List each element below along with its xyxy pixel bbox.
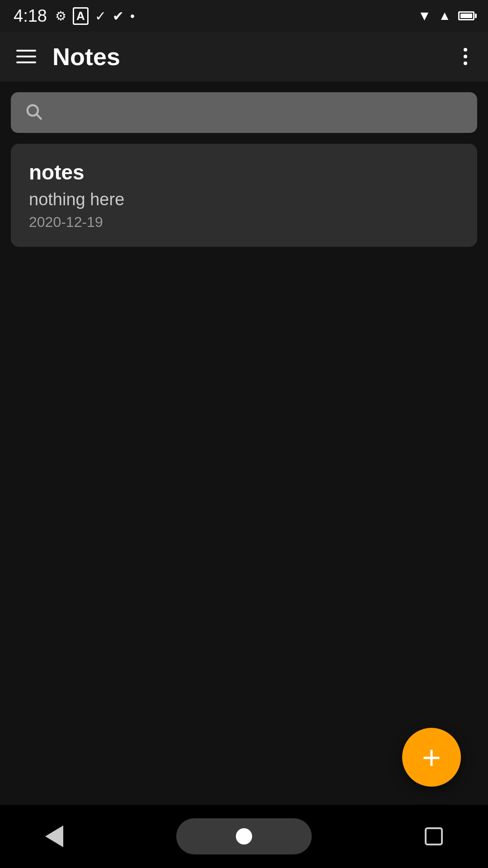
recents-button[interactable] bbox=[425, 827, 443, 845]
search-input[interactable] bbox=[52, 104, 464, 122]
search-bar[interactable] bbox=[11, 92, 477, 133]
recents-icon bbox=[425, 827, 443, 845]
font-download-icon: A bbox=[73, 7, 89, 25]
check-double-icon: ✔ bbox=[113, 8, 124, 24]
menu-button[interactable] bbox=[16, 50, 36, 63]
note-preview: nothing here bbox=[29, 190, 459, 209]
gear-icon: ⚙ bbox=[55, 9, 66, 24]
add-note-button[interactable]: + bbox=[402, 728, 461, 787]
svg-line-1 bbox=[37, 115, 41, 119]
search-icon bbox=[24, 102, 42, 123]
back-button[interactable] bbox=[45, 826, 63, 847]
battery-icon bbox=[458, 11, 474, 20]
status-right: ▼ ▲ bbox=[418, 8, 474, 24]
nav-bar bbox=[0, 805, 488, 868]
note-date: 2020-12-19 bbox=[29, 214, 459, 231]
more-options-button[interactable] bbox=[459, 43, 472, 70]
note-title: notes bbox=[29, 160, 459, 184]
status-icons: ⚙ A ✓ ✔ ● bbox=[55, 7, 135, 25]
status-left: 4:18 ⚙ A ✓ ✔ ● bbox=[14, 6, 135, 26]
status-bar: 4:18 ⚙ A ✓ ✔ ● ▼ ▲ bbox=[0, 0, 488, 32]
add-icon: + bbox=[422, 741, 441, 774]
status-time: 4:18 bbox=[14, 6, 47, 26]
check-icon: ✓ bbox=[95, 8, 106, 24]
wifi-icon: ▼ bbox=[418, 8, 432, 24]
app-bar: Notes bbox=[0, 32, 488, 81]
page-title: Notes bbox=[52, 42, 120, 71]
dot-icon: ● bbox=[130, 11, 135, 21]
main-content: notes nothing here 2020-12-19 bbox=[0, 81, 488, 247]
note-card[interactable]: notes nothing here 2020-12-19 bbox=[11, 144, 477, 247]
home-icon bbox=[236, 828, 252, 844]
back-icon bbox=[45, 826, 63, 847]
home-pill[interactable] bbox=[176, 818, 312, 854]
app-bar-left: Notes bbox=[16, 42, 120, 71]
signal-icon: ▲ bbox=[438, 9, 451, 23]
